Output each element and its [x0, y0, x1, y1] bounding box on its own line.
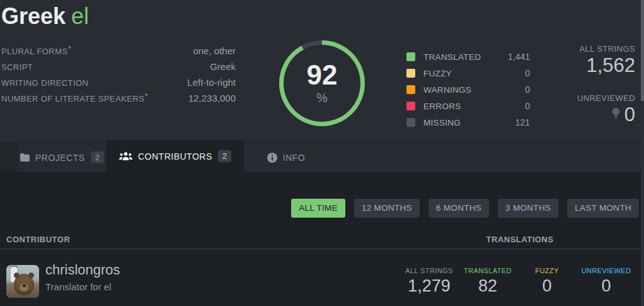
users-icon [119, 151, 132, 161]
filter-6-months[interactable]: 6 MONTHS [428, 199, 489, 218]
missing-swatch [406, 118, 415, 127]
meta-row-writing-direction: WRITING DIRECTION Left-to-right [1, 76, 236, 92]
language-meta-list: PLURAL FORMS* one, other SCRIPT Greek WR… [1, 45, 236, 108]
tab-bar-left-edge [0, 143, 18, 172]
meta-row-literate-speakers: NUMBER OF LITERATE SPEAKERS* 12,233,000 [1, 92, 236, 108]
avatar-art [14, 273, 20, 278]
legend-value: 1,441 [508, 52, 530, 62]
asterisk: * [145, 92, 148, 100]
filter-last-month[interactable]: LAST MONTH [567, 199, 639, 218]
page-title: Greekel [1, 3, 89, 30]
progress-percent: 92 [307, 61, 338, 89]
meta-label: PLURAL FORMS [1, 47, 67, 56]
tab-info[interactable]: INFO [244, 143, 328, 172]
lightbulb-icon [611, 107, 621, 122]
scrollbar-track[interactable] [641, 0, 644, 306]
contributor-role: Translator for el [45, 281, 111, 292]
avatar-art [23, 285, 26, 287]
language-name: Greek [1, 3, 66, 29]
locale-code: el [71, 3, 89, 29]
row-stat-unreviewed: UNREVIEWED 0 [572, 267, 641, 296]
status-legend: TRANSLATED 1,441 FUZZY 0 WARNINGS 0 ERRO… [406, 49, 530, 131]
asterisk: * [68, 45, 71, 52]
legend-value: 0 [525, 85, 530, 95]
meta-value: Left-to-right [187, 77, 236, 88]
table-header-divider [0, 249, 640, 249]
stat-value: 0 [572, 276, 641, 296]
folder-icon [20, 153, 30, 162]
progress-percent-unit: % [316, 91, 328, 105]
time-range-filters: ALL TIME 12 MONTHS 6 MONTHS 3 MONTHS LAS… [291, 199, 639, 218]
tab-label: INFO [283, 153, 305, 163]
legend-label: MISSING [423, 118, 461, 127]
filter-3-months[interactable]: 3 MONTHS [498, 199, 558, 218]
legend-label: ERRORS [423, 102, 461, 111]
legend-row-errors: ERRORS 0 [406, 98, 530, 114]
legend-row-missing: MISSING 121 [406, 114, 530, 131]
team-header: Greekel PLURAL FORMS* one, other SCRIPT … [0, 0, 644, 143]
meta-value: one, other [193, 45, 236, 56]
unreviewed-row: 0 [577, 103, 635, 126]
tab-count-badge: 2 [91, 151, 104, 163]
tab-label: CONTRIBUTORS [138, 151, 212, 162]
all-strings-value: 1,562 [577, 54, 635, 77]
unreviewed-value: 0 [624, 103, 635, 126]
info-icon [267, 153, 277, 163]
avatar-art [28, 273, 34, 278]
unreviewed-label: UNREVIEWED [577, 93, 635, 103]
contributor-name-link[interactable]: chrislongros [45, 262, 120, 278]
legend-value: 0 [525, 101, 530, 111]
fuzzy-swatch [406, 69, 415, 78]
totals-panel: ALL STRINGS 1,562 UNREVIEWED 0 [577, 44, 635, 126]
legend-value: 0 [525, 68, 530, 78]
warnings-swatch [406, 85, 415, 94]
tab-bar: PROJECTS 2 CONTRIBUTORS 2 INFO [0, 143, 644, 172]
meta-value: 12,233,000 [188, 93, 236, 103]
tab-label: PROJECTS [35, 153, 85, 163]
meta-label: SCRIPT [1, 62, 33, 72]
meta-row-plural-forms: PLURAL FORMS* one, other [1, 45, 236, 61]
tab-contributors[interactable]: CONTRIBUTORS 2 [106, 140, 244, 172]
legend-value: 121 [515, 117, 530, 127]
meta-value: Greek [210, 61, 236, 72]
legend-label: TRANSLATED [423, 52, 481, 62]
legend-row-fuzzy: FUZZY 0 [406, 65, 530, 81]
tab-count-badge: 2 [218, 150, 231, 162]
filter-12-months[interactable]: 12 MONTHS [354, 199, 420, 218]
progress-ring-center: 92 % [284, 45, 360, 122]
avatar[interactable] [6, 265, 39, 298]
meta-row-script: SCRIPT Greek [1, 61, 236, 76]
legend-row-translated: TRANSLATED 1,441 [406, 49, 530, 65]
all-strings-label: ALL STRINGS [577, 44, 635, 54]
table-row: chrislongros Translator for el ALL STRIN… [0, 250, 644, 306]
meta-label: WRITING DIRECTION [1, 78, 88, 88]
legend-label: FUZZY [423, 69, 452, 78]
translated-swatch [406, 52, 415, 61]
progress-ring: 92 % [279, 40, 365, 126]
filter-all-time[interactable]: ALL TIME [291, 199, 345, 218]
legend-label: WARNINGS [423, 85, 471, 95]
scrollbar-thumb[interactable] [641, 0, 644, 101]
translations-column-header: TRANSLATIONS [486, 235, 554, 244]
contributor-column-header: CONTRIBUTOR [6, 235, 70, 244]
meta-label: NUMBER OF LITERATE SPEAKERS [1, 94, 144, 103]
errors-swatch [406, 102, 415, 110]
pontoon-team-page: Greekel PLURAL FORMS* one, other SCRIPT … [0, 0, 644, 306]
legend-row-warnings: WARNINGS 0 [406, 81, 530, 98]
stat-label: UNREVIEWED [572, 267, 641, 274]
tab-projects[interactable]: PROJECTS 2 [18, 143, 106, 172]
contributors-panel: ALL TIME 12 MONTHS 6 MONTHS 3 MONTHS LAS… [0, 172, 644, 306]
